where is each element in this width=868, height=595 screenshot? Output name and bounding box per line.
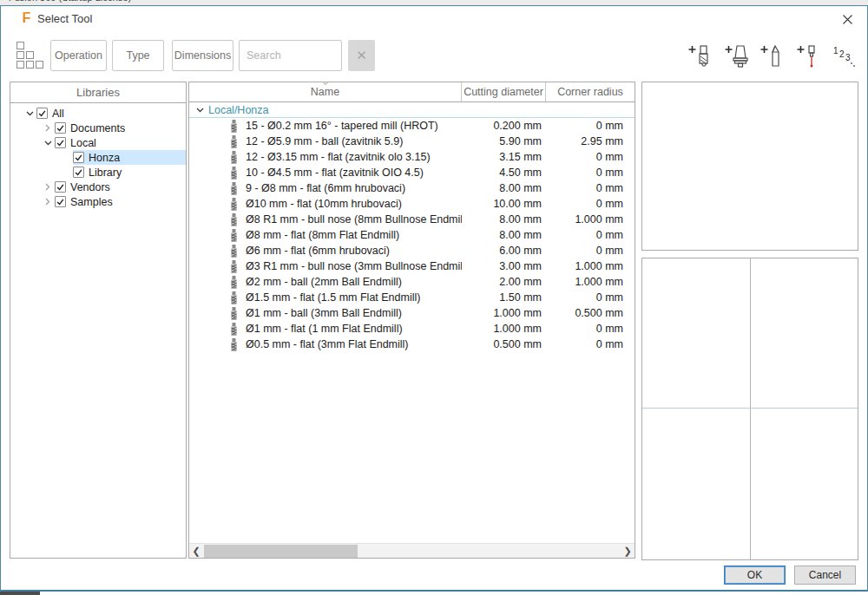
cutting-diameter-cell: 8.00 mm <box>462 229 546 241</box>
bull-nose-endmill-icon <box>230 213 238 226</box>
svg-text:2: 2 <box>839 49 845 59</box>
close-icon[interactable] <box>838 11 857 27</box>
tree-indent <box>59 166 73 180</box>
library-group-row[interactable]: Local/Honza <box>189 102 635 118</box>
tool-row[interactable]: 15 - Ø0.2 mm 16° - tapered mill (HROT)0.… <box>189 118 635 134</box>
operation-filter-button[interactable]: Operation <box>50 40 107 71</box>
tree-item-label: Documents <box>70 122 125 134</box>
tree-item-local[interactable]: Local <box>10 135 186 150</box>
add-holder-icon[interactable] <box>721 42 751 70</box>
scroll-left-icon[interactable]: ❮ <box>189 544 203 558</box>
tree-item-samples[interactable]: Samples <box>10 194 186 209</box>
screen: Fusion 360 (Startup License) F Select To… <box>0 0 868 595</box>
bull-nose-endmill-icon <box>230 260 238 273</box>
checkbox[interactable] <box>55 122 66 134</box>
checkbox[interactable] <box>55 196 66 207</box>
tool-row[interactable]: Ø10 mm - flat (10mm hrubovaci)10.00 mm0 … <box>189 196 635 212</box>
type-filter-button[interactable]: Type <box>112 40 164 71</box>
tool-name-cell: Ø8 R1 mm - bull nose (8mm Bullnose Endmi… <box>189 213 462 226</box>
libraries-tree: AllDocumentsLocalHonzaLibraryVendorsSamp… <box>10 103 186 209</box>
corner-radius-cell: 0 mm <box>546 338 635 350</box>
checkbox[interactable] <box>73 152 84 163</box>
corner-radius-cell: 0 mm <box>546 167 635 179</box>
tool-name-cell: Ø10 mm - flat (10mm hrubovaci) <box>189 198 462 211</box>
scrollbar-thumb[interactable] <box>204 545 358 558</box>
cutting-diameter-cell: 3.00 mm <box>462 260 546 272</box>
cutting-diameter-cell: 5.90 mm <box>462 135 546 147</box>
tool-name-cell: 12 - Ø3.15 mm - flat (zavitnik olo 3.15) <box>189 151 462 164</box>
checkbox[interactable] <box>36 108 48 119</box>
corner-radius-column-header[interactable]: Corner radius <box>546 82 635 101</box>
chevron-right-icon[interactable] <box>41 195 55 209</box>
corner-radius-cell: 0 mm <box>546 120 635 132</box>
tool-row[interactable]: 10 - Ø4.5 mm - flat (zavitnik OIO 4.5)4.… <box>189 165 635 180</box>
clear-filter-icon[interactable]: ✕ <box>348 40 375 71</box>
tool-name-cell: Ø6 mm - flat (6mm hrubovaci) <box>189 245 462 258</box>
tool-row[interactable]: 12 - Ø5.9 mm - ball (zavitnik 5.9)5.90 m… <box>189 134 635 149</box>
add-probe-icon[interactable] <box>793 42 823 70</box>
chevron-down-icon[interactable] <box>193 108 207 113</box>
ok-button[interactable]: OK <box>724 566 786 585</box>
dialog-title: Select Tool <box>37 12 92 25</box>
tree-item-vendors[interactable]: Vendors <box>10 180 186 194</box>
checkbox[interactable] <box>55 181 66 193</box>
flat-endmill-icon <box>230 291 238 304</box>
search-input[interactable] <box>239 40 342 71</box>
add-mill-tool-icon[interactable] <box>685 42 714 70</box>
background-app-title: Fusion 360 (Startup License) <box>9 0 131 3</box>
tool-name-cell: Ø8 mm - flat (8mm Flat Endmill) <box>189 229 462 242</box>
cutting-diameter-cell: 1.000 mm <box>462 307 546 319</box>
tool-name: 12 - Ø3.15 mm - flat (zavitnik olo 3.15) <box>246 151 431 163</box>
tool-name: Ø1.5 mm - flat (1.5 mm Flat Endmill) <box>246 291 420 304</box>
preview-horizontal-divider <box>642 408 858 409</box>
add-turning-tool-icon[interactable] <box>757 42 786 70</box>
group-view-icon[interactable] <box>16 42 44 69</box>
tool-row[interactable]: Ø1 mm - ball (3mm Ball Endmill)1.000 mm0… <box>189 305 635 321</box>
dimensions-filter-button[interactable]: Dimensions <box>172 40 233 71</box>
checkbox[interactable] <box>73 167 84 178</box>
tree-item-highlight: Documents <box>55 121 186 135</box>
cutting-diameter-column-header[interactable]: Cutting diameter <box>462 82 546 101</box>
tool-row[interactable]: Ø2 mm - ball (2mm Ball Endmill)2.00 mm1.… <box>189 274 635 290</box>
tree-item-all[interactable]: All <box>10 106 186 121</box>
tool-name-cell: Ø1 mm - ball (3mm Ball Endmill) <box>189 307 462 320</box>
tool-name: Ø6 mm - flat (6mm hrubovaci) <box>246 245 390 257</box>
corner-radius-cell: 0.500 mm <box>546 307 635 319</box>
tool-info-panel <box>641 82 858 251</box>
tool-row[interactable]: 9 - Ø8 mm - flat (6mm hrubovaci)8.00 mm0… <box>189 180 635 196</box>
checkbox[interactable] <box>55 137 66 148</box>
tool-row[interactable]: Ø3 R1 mm - bull nose (3mm Bullnose Endmi… <box>189 258 635 274</box>
tool-row[interactable]: Ø0.5 mm - flat (3mm Flat Endmill)0.500 m… <box>189 337 635 352</box>
scroll-right-icon[interactable]: ❯ <box>621 544 635 558</box>
name-column-header[interactable]: Name <box>189 82 462 101</box>
chevron-down-icon[interactable] <box>41 136 55 150</box>
tool-row[interactable]: Ø1 mm - flat (1 mm Flat Endmill)1.000 mm… <box>189 321 635 337</box>
flat-endmill-icon <box>230 323 238 336</box>
chevron-down-icon[interactable] <box>23 107 36 121</box>
horizontal-scrollbar[interactable]: ❮ ❯ <box>189 543 635 558</box>
svg-text:1: 1 <box>833 46 838 56</box>
chevron-right-icon[interactable] <box>41 121 55 135</box>
fusion-logo-icon: F <box>19 10 34 25</box>
tool-row[interactable]: Ø1.5 mm - flat (1.5 mm Flat Endmill)1.50… <box>189 290 635 305</box>
flat-endmill-icon <box>230 151 238 164</box>
renumber-tools-icon[interactable]: 123 <box>829 42 858 70</box>
ball-endmill-icon <box>230 276 238 289</box>
tree-item-honza[interactable]: Honza <box>10 150 186 165</box>
chevron-right-icon[interactable] <box>41 180 55 194</box>
tool-row[interactable]: Ø8 R1 mm - bull nose (8mm Bullnose Endmi… <box>189 212 635 227</box>
tree-item-highlight: Library <box>73 165 186 180</box>
flat-endmill-icon <box>230 182 238 195</box>
tree-item-documents[interactable]: Documents <box>10 121 186 135</box>
tool-name: Ø0.5 mm - flat (3mm Flat Endmill) <box>246 338 409 350</box>
ball-endmill-icon <box>230 135 238 148</box>
tool-row[interactable]: Ø8 mm - flat (8mm Flat Endmill)8.00 mm0 … <box>189 227 635 243</box>
tool-row[interactable]: Ø6 mm - flat (6mm hrubovaci)6.00 mm0 mm <box>189 243 635 258</box>
cutting-diameter-cell: 3.15 mm <box>462 151 546 163</box>
tool-name: Ø10 mm - flat (10mm hrubovaci) <box>246 198 402 210</box>
select-tool-dialog: F Select Tool Operation Type Dimensions … <box>0 5 868 592</box>
tree-item-library[interactable]: Library <box>10 165 186 180</box>
tool-name: Ø2 mm - ball (2mm Ball Endmill) <box>246 276 402 288</box>
tool-row[interactable]: 12 - Ø3.15 mm - flat (zavitnik olo 3.15)… <box>189 149 635 165</box>
cancel-button[interactable]: Cancel <box>794 566 856 585</box>
